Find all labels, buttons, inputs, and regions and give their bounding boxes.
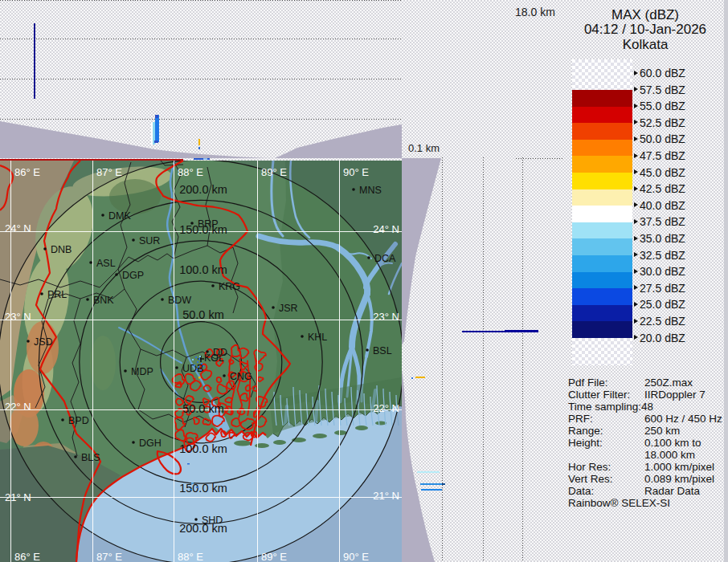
svg-text:21° N: 21° N: [5, 491, 31, 503]
svg-text:ASL: ASL: [96, 258, 116, 269]
svg-text:MDP: MDP: [131, 366, 153, 377]
svg-text:87° E: 87° E: [96, 551, 122, 562]
svg-text:88° E: 88° E: [178, 551, 203, 562]
svg-text:100.0 km: 100.0 km: [179, 442, 227, 455]
svg-text:BSL: BSL: [373, 345, 392, 356]
svg-text:50.0 km: 50.0 km: [182, 308, 224, 321]
svg-text:BLS: BLS: [81, 452, 100, 463]
svg-text:50.0 km: 50.0 km: [182, 402, 224, 415]
svg-text:90° E: 90° E: [343, 166, 369, 178]
svg-text:SUR: SUR: [139, 235, 160, 246]
svg-text:86° E: 86° E: [14, 166, 40, 178]
svg-text:24° N: 24° N: [373, 223, 399, 235]
svg-text:89° E: 89° E: [261, 551, 287, 562]
svg-text:BRP: BRP: [198, 218, 219, 230]
svg-text:88° E: 88° E: [178, 166, 203, 178]
svg-text:22° N: 22° N: [373, 402, 399, 414]
svg-text:24° N: 24° N: [5, 222, 31, 234]
svg-text:BPD: BPD: [68, 415, 89, 426]
svg-text:KHL: KHL: [308, 332, 327, 343]
svg-text:KOL: KOL: [204, 352, 224, 364]
svg-text:23° N: 23° N: [5, 311, 31, 323]
svg-text:200.0 km: 200.0 km: [179, 183, 227, 196]
svg-text:KRG: KRG: [219, 281, 240, 292]
svg-text:87° E: 87° E: [96, 166, 122, 178]
svg-text:DCA: DCA: [374, 253, 396, 264]
svg-text:PRL: PRL: [47, 289, 67, 300]
svg-text:89° E: 89° E: [261, 166, 287, 178]
svg-text:BDW: BDW: [168, 295, 191, 306]
svg-text:23° N: 23° N: [373, 311, 399, 323]
svg-text:UDB: UDB: [182, 363, 203, 374]
svg-text:MNS: MNS: [359, 185, 382, 196]
svg-text:SHD: SHD: [202, 515, 223, 526]
svg-text:90° E: 90° E: [343, 551, 369, 562]
svg-text:22° N: 22° N: [5, 401, 31, 413]
svg-text:21° N: 21° N: [373, 490, 399, 502]
svg-text:DNB: DNB: [51, 244, 72, 255]
svg-text:CNG: CNG: [230, 371, 252, 382]
svg-text:DMK: DMK: [108, 210, 131, 222]
svg-text:DGH: DGH: [139, 438, 162, 449]
svg-text:100.0 km: 100.0 km: [179, 263, 227, 276]
svg-text:DGP: DGP: [122, 270, 144, 281]
svg-text:BNK: BNK: [93, 295, 114, 306]
svg-text:JSD: JSD: [34, 336, 53, 348]
svg-text:150.0 km: 150.0 km: [179, 482, 227, 495]
svg-text:JSR: JSR: [279, 303, 298, 314]
svg-text:86° E: 86° E: [14, 551, 40, 562]
